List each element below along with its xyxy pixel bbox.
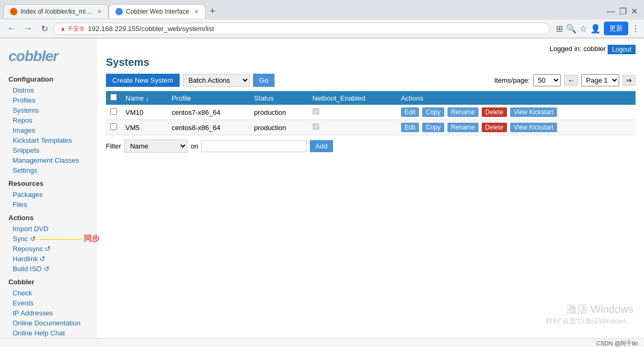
restore-icon[interactable]: ❐ xyxy=(619,6,627,16)
bookmark-icon[interactable]: ☆ xyxy=(580,24,587,34)
address-text: 192.168.229.155/cobbler_web/system/list xyxy=(88,25,543,33)
toolbar: Create New System Batch Actions Delete E… xyxy=(106,74,636,87)
batch-actions-select[interactable]: Batch Actions Delete Enable Netboot Disa… xyxy=(183,74,250,87)
refresh-button[interactable]: ↻ xyxy=(38,23,51,35)
sidebar-item-kickstart-templates[interactable]: Kickstart Templates xyxy=(0,135,97,145)
sidebar-item-profiles[interactable]: Profiles xyxy=(0,95,97,105)
sidebar-item-build-iso[interactable]: Build ISO ↺ xyxy=(0,264,97,274)
sidebar: cobbler Configuration Distros Profiles S… xyxy=(0,38,97,338)
logo-text: cobbler xyxy=(8,48,58,64)
filter-input[interactable] xyxy=(201,140,307,152)
sidebar-item-events[interactable]: Events xyxy=(0,298,97,308)
prev-page-button[interactable]: ← xyxy=(564,75,578,86)
sidebar-item-online-help-chat[interactable]: Online Help Chat xyxy=(0,328,97,338)
zoom-icon[interactable]: 🔍 xyxy=(566,24,577,34)
logout-button[interactable]: Logout xyxy=(608,45,636,54)
close-icon[interactable]: ✕ xyxy=(631,6,638,16)
td-actions-0: Edit Copy Rename Delete View Kickstart xyxy=(397,105,636,120)
page-title: Systems xyxy=(106,56,636,68)
copy-button-1[interactable]: Copy xyxy=(422,123,444,132)
new-tab-button[interactable]: + xyxy=(206,4,220,19)
items-per-page-select[interactable]: 50 10 25 100 xyxy=(533,74,561,86)
th-actions: Actions xyxy=(397,91,636,105)
sidebar-item-hardlink[interactable]: Hardlink ↺ xyxy=(0,254,97,264)
sidebar-item-packages[interactable]: Packages xyxy=(0,190,97,200)
sidebar-item-ip-addresses[interactable]: IP Addresses xyxy=(0,308,97,318)
page-select[interactable]: Page 1 xyxy=(581,74,619,86)
filter-label: Filter xyxy=(106,142,121,150)
tab-close-1[interactable]: × xyxy=(97,8,102,15)
delete-button-0[interactable]: Delete xyxy=(482,107,508,117)
td-checkbox-1 xyxy=(106,120,121,135)
table-row: VM10 centos7-x86_64 production Edit Copy… xyxy=(106,105,636,120)
table-header-row: Name ↓ Profile Status Netboot_Enabled Ac… xyxy=(106,91,636,105)
sidebar-item-images[interactable]: Images xyxy=(0,125,97,135)
sidebar-section-configuration: Configuration Distros Profiles Systems R… xyxy=(0,71,97,175)
bottom-bar-text: CSDN @阿千tkl xyxy=(597,340,638,347)
address-bar[interactable]: ▲ 不安全 192.168.229.155/cobbler_web/system… xyxy=(53,23,550,35)
browser-action-buttons: ⊞ 🔍 ☆ 👤 更新 ⋮ xyxy=(556,22,640,35)
sidebar-item-snippets[interactable]: Snippets xyxy=(0,145,97,155)
filter-row: Filter Name on Add xyxy=(106,140,636,153)
section-title-actions: Actions xyxy=(0,210,97,224)
bottom-bar: CSDN @阿千tkl xyxy=(0,338,644,347)
table-row: VM5 centos8-x86_64 production Edit Copy … xyxy=(106,120,636,135)
td-profile-1: centos8-x86_64 xyxy=(168,120,250,135)
translate-icon[interactable]: ⊞ xyxy=(556,24,563,34)
menu-icon[interactable]: ⋮ xyxy=(631,24,640,34)
row-checkbox-1[interactable] xyxy=(110,123,117,130)
next-page-button[interactable]: ⇒ xyxy=(622,75,636,86)
create-new-system-button[interactable]: Create New System xyxy=(106,74,180,87)
tab-label-2: Cobbler Web Interface xyxy=(126,8,189,15)
minimize-icon[interactable]: — xyxy=(607,7,615,16)
header-bar: Logged in: cobbler Logout xyxy=(106,45,636,54)
td-profile-0: centos7-x86_64 xyxy=(168,105,250,120)
select-all-checkbox[interactable] xyxy=(110,94,117,101)
netboot-checkbox-1 xyxy=(313,123,319,130)
sidebar-item-systems[interactable]: Systems xyxy=(0,105,97,115)
rename-button-1[interactable]: Rename xyxy=(447,123,479,132)
back-button[interactable]: ← xyxy=(4,23,19,34)
sidebar-item-check[interactable]: Check xyxy=(0,288,97,298)
items-per-page: Items/page: 50 10 25 100 ← Page 1 ⇒ xyxy=(494,74,636,86)
sidebar-item-settings[interactable]: Settings xyxy=(0,165,97,175)
td-name-1: VM5 xyxy=(121,120,168,135)
page-body: cobbler Configuration Distros Profiles S… xyxy=(0,38,644,338)
row-checkbox-0[interactable] xyxy=(110,108,117,115)
sidebar-section-cobbler: Cobbler Check Events IP Addresses Online… xyxy=(0,274,97,338)
td-name-0: VM10 xyxy=(121,105,168,120)
profile-icon[interactable]: 👤 xyxy=(590,24,601,34)
edit-button-1[interactable]: Edit xyxy=(401,123,419,132)
th-name: Name ↓ xyxy=(121,91,168,105)
td-actions-1: Edit Copy Rename Delete View Kickstart xyxy=(397,120,636,135)
browser-tab-1[interactable]: Index of /cobbler/ks_mirror/c... × xyxy=(3,4,109,18)
go-button[interactable]: Go xyxy=(253,74,275,87)
logged-in-label: Logged in: cobbler xyxy=(550,45,606,54)
sidebar-item-files[interactable]: Files xyxy=(0,200,97,210)
rename-button-0[interactable]: Rename xyxy=(447,107,479,117)
filter-field-select[interactable]: Name xyxy=(124,140,188,153)
main-content: Logged in: cobbler Logout Systems Create… xyxy=(97,38,644,338)
security-warning: ▲ 不安全 xyxy=(60,25,85,33)
tab-close-2[interactable]: × xyxy=(194,8,199,15)
sidebar-item-management-classes[interactable]: Management Classes xyxy=(0,155,97,165)
edit-button-0[interactable]: Edit xyxy=(401,107,419,117)
th-netboot: Netboot_Enabled xyxy=(308,91,397,105)
sidebar-section-actions: Actions Import DVD Sync ↺ ←———— 同步 Repos… xyxy=(0,210,97,274)
filter-add-button[interactable]: Add xyxy=(310,140,333,152)
annotation-arrow: ←———— xyxy=(29,233,82,245)
section-title-cobbler: Cobbler xyxy=(0,274,97,288)
td-checkbox-0 xyxy=(106,105,121,120)
browser-tab-2[interactable]: Cobbler Web Interface × xyxy=(109,4,206,18)
sidebar-item-reposync[interactable]: Reposync ↺ xyxy=(0,244,97,254)
view-kickstart-button-0[interactable]: View Kickstart xyxy=(510,107,557,117)
window-controls: — ❐ ✕ xyxy=(603,3,641,19)
delete-button-1[interactable]: Delete xyxy=(482,123,508,132)
sidebar-item-distros[interactable]: Distros xyxy=(0,85,97,95)
view-kickstart-button-1[interactable]: View Kickstart xyxy=(510,123,557,132)
sidebar-item-online-documentation[interactable]: Online Documentation xyxy=(0,318,97,328)
copy-button-0[interactable]: Copy xyxy=(422,107,444,117)
forward-button[interactable]: → xyxy=(21,23,36,34)
update-button[interactable]: 更新 xyxy=(604,22,628,35)
sidebar-item-repos[interactable]: Repos xyxy=(0,115,97,125)
